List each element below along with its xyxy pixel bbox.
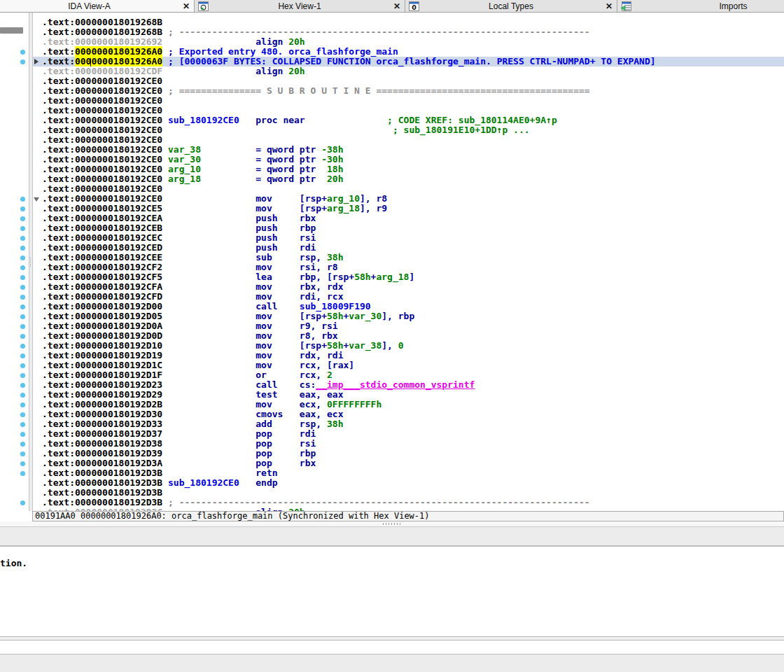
instruction-dot [20,324,25,329]
listing-line[interactable]: .text:0000000180192CFD mov rdi, rcx [42,292,784,302]
listing-line[interactable]: .text:0000000180192D19 mov rdx, rdi [42,351,784,360]
listing-line[interactable]: .text:0000000180192CE0 [42,184,784,194]
instruction-dot [20,246,25,251]
listing-line[interactable]: .text:000000018019268B ; ---------------… [42,27,784,37]
instruction-dot [20,295,25,300]
svg-text:0: 0 [412,4,416,11]
listing-line[interactable]: .text:0000000180192CF5 lea rbp, [rsp+58h… [42,272,784,282]
tab-bar: IDA View-A✕Hex View-1✕0Local Types✕Impor… [0,0,784,13]
instruction-dot [20,197,25,202]
instruction-dot [20,265,25,270]
listing-line[interactable]: .text:0000000180192D3B sub_180192CE0 end… [42,478,784,488]
listing-line[interactable]: .text:0000000180192D1C mov rcx, [rax] [42,360,784,370]
listing-line[interactable]: .text:0000000180192D23 call cs:__imp___s… [42,380,784,390]
listing-line[interactable]: .text:0000000180192CE0 sub_180192CE0 pro… [42,115,784,125]
listing-line[interactable]: .text:0000000180192CEC push rsi [42,233,784,243]
tab-label: IDA View-A [0,1,178,11]
listing-line[interactable]: .text:0000000180192CE0 [42,135,784,145]
listing-line[interactable]: .text:0000000180192D33 add rsp, 38h [42,419,784,429]
close-icon[interactable]: ✕ [389,1,405,11]
listing-line[interactable]: .text:0000000180192D3B ; ---------------… [42,498,784,507]
instruction-dot [20,461,25,466]
output-dock-header [0,526,784,547]
instruction-dot [20,432,25,437]
listing-line[interactable]: .text:0000000180192CF2 mov rsi, r8 [42,262,784,272]
listing-line[interactable]: .text:0000000180192D3A pop rbx [42,458,784,468]
listing-line[interactable]: .text:0000000180192CE0 arg_10 = qword pt… [42,164,784,174]
listing-line[interactable]: .text:0000000180192CFA mov rbx, rdx [42,282,784,292]
listing-line[interactable]: .text:00000001801926A0 ; [0000063F BYTES… [42,57,784,66]
listing-line[interactable]: .text:0000000180192D38 pop rsi [42,439,784,449]
listing-line[interactable]: .text:0000000180192CE0 var_30 = qword pt… [42,155,784,164]
close-icon[interactable]: ✕ [178,1,194,11]
listing-line[interactable]: .text:0000000180192D0D mov r8, rbx [42,331,784,341]
listing-line[interactable]: .text:0000000180192D1F or rcx, 2 [42,370,784,380]
listing-line[interactable]: .text:0000000180192D0A mov r9, rsi [42,321,784,331]
instruction-dot [20,500,25,505]
listing-line[interactable]: .text:0000000180192D3B retn [42,468,784,478]
listing-line[interactable]: .text:0000000180192CEB push rbp [42,223,784,233]
listing-line[interactable]: .text:0000000180192D2B mov ecx, 0FFFFFFF… [42,400,784,410]
output-window[interactable]: tion. [0,547,784,636]
instruction-dot [20,255,25,260]
tab-hex-view-1[interactable]: Hex View-1✕ [195,0,405,12]
listing-line[interactable]: .text:0000000180192D05 mov [rsp+58h+var_… [42,312,784,321]
margin-corner-block [0,27,23,34]
listing-line[interactable]: .text:00000001801926A0 ; Exported entry … [42,47,784,57]
disassembly-listing: .text:000000018019268B.text:000000018019… [33,13,784,511]
listing-line[interactable]: .text:0000000180192CEA push rbx [42,214,784,223]
listing-line[interactable]: .text:0000000180192D30 cmovs eax, ecx [42,410,784,419]
command-input-row[interactable] [0,640,784,654]
listing-line[interactable]: .text:0000000180192CEE sub rsp, 38h [42,253,784,262]
instruction-dot [20,422,25,427]
instruction-dot [20,393,25,398]
tab-label: Imports [633,1,784,11]
instruction-dot [20,314,25,319]
listing-line[interactable]: .text:0000000180192D10 mov [rsp+58h+var_… [42,341,784,351]
listing-line[interactable]: .text:0000000180192D37 pop rdi [42,429,784,439]
tab-imports[interactable]: Imports [617,0,784,12]
tab-ida-view-a[interactable]: IDA View-A✕ [0,0,195,12]
instruction-dot [20,59,25,64]
instruction-dot [20,226,25,231]
instruction-dot [20,344,25,349]
listing-line[interactable]: .text:0000000180192CE0 ; sub_180191E10+1… [42,125,784,135]
instruction-dot [20,334,25,339]
listing-line[interactable]: .text:0000000180192CE0 var_38 = qword pt… [42,145,784,155]
instruction-dot [20,442,25,447]
listing-line[interactable]: .text:0000000180192CE0 ; ===============… [42,86,784,96]
instruction-dot [20,383,25,388]
instruction-dot [20,216,25,221]
instruction-dot [20,451,25,456]
listing-line[interactable]: .text:0000000180192CE0 mov [rsp+arg_10],… [42,194,784,204]
instruction-dot [20,275,25,280]
listing-line[interactable]: .text:0000000180192D00 call sub_18009F19… [42,302,784,312]
listing-line[interactable]: .text:0000000180192CE5 mov [rsp+arg_18],… [42,204,784,214]
instruction-dot [20,304,25,309]
instruction-dot [20,285,25,290]
tab-local-types[interactable]: 0Local Types✕ [405,0,617,12]
listing-line[interactable]: .text:0000000180192CDF align 20h [42,66,784,76]
listing-line[interactable]: .text:0000000180192CE0 arg_18 = qword pt… [42,174,784,184]
listing-line[interactable]: .text:0000000180192CE0 [42,106,784,115]
expand-arrow-icon[interactable] [34,59,38,64]
listing-line[interactable]: .text:0000000180192CED push rdi [42,243,784,253]
listing-line[interactable]: .text:0000000180192692 align 20h [42,37,784,47]
instruction-dot [20,206,25,211]
listing-line[interactable]: .text:0000000180192D39 pop rbp [42,449,784,458]
instruction-dot [20,236,25,241]
listing-status-bar: 00191AA0 00000001801926A0: orca_flashfor… [32,511,784,522]
instruction-dot [20,354,25,358]
listing-margin [0,13,29,511]
listing-line[interactable]: .text:0000000180192CE0 [42,96,784,106]
listing-line[interactable]: .text:000000018019268B [42,18,784,27]
listing-line[interactable]: .text:0000000180192CE0 [42,76,784,86]
listing-line[interactable]: .text:0000000180192D3B [42,488,784,498]
instruction-dot [20,373,25,378]
listing-line[interactable]: .text:0000000180192D29 test eax, eax [42,390,784,400]
collapse-arrow-icon[interactable] [34,197,39,202]
instruction-dot [20,50,25,55]
instruction-dot [20,471,25,476]
close-icon[interactable]: ✕ [601,1,617,11]
bottom-status-band [0,654,784,672]
